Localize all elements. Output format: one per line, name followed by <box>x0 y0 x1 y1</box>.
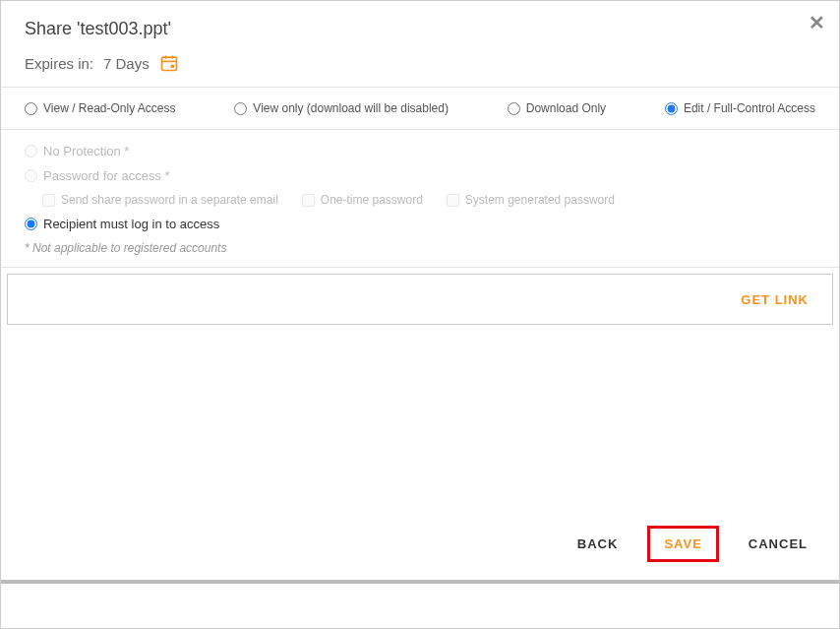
chk-otp: One-time password <box>302 193 423 207</box>
chk-separate-email-input <box>42 194 55 207</box>
radio-login-label: Recipient must log in to access <box>43 217 219 231</box>
get-link-button[interactable]: GET LINK <box>741 292 809 307</box>
back-button[interactable]: BACK <box>573 529 623 559</box>
radio-edit[interactable]: Edit / Full-Control Access <box>665 101 815 115</box>
close-icon[interactable]: ✕ <box>809 11 825 34</box>
radio-edit-input[interactable] <box>665 102 678 115</box>
radio-no-protection-input <box>25 145 37 157</box>
dialog-header: Share 'test003.ppt' <box>1 1 839 45</box>
radio-download-label: Download Only <box>526 101 606 115</box>
radio-password-input <box>25 169 37 182</box>
expires-row: Expires in: 7 Days <box>1 45 839 88</box>
chk-separate-email-label: Send share password in a separate email <box>61 193 278 207</box>
expires-value[interactable]: 7 Days <box>103 55 150 72</box>
radio-view[interactable]: View / Read-Only Access <box>25 101 176 115</box>
radio-view-only-input[interactable] <box>234 102 247 115</box>
chk-sysgen-input <box>447 194 459 207</box>
radio-login[interactable]: Recipient must log in to access <box>25 217 815 231</box>
dialog-title: Share 'test003.ppt' <box>25 19 815 39</box>
radio-edit-label: Edit / Full-Control Access <box>684 101 815 115</box>
radio-password: Password for access * <box>25 168 815 183</box>
access-mode-row: View / Read-Only Access View only (downl… <box>1 88 839 130</box>
chk-sysgen-label: System generated password <box>465 193 615 207</box>
radio-view-label: View / Read-Only Access <box>43 101 176 115</box>
chk-otp-label: One-time password <box>321 193 423 207</box>
dialog-footer: BACK SAVE CANCEL <box>1 508 839 584</box>
save-button[interactable]: SAVE <box>647 526 718 562</box>
svg-rect-4 <box>170 65 173 68</box>
protection-note: * Not applicable to registered accounts <box>25 241 815 255</box>
svg-rect-0 <box>161 57 176 70</box>
radio-view-input[interactable] <box>25 102 37 115</box>
chk-otp-input <box>302 194 315 207</box>
radio-login-input[interactable] <box>25 218 37 230</box>
cancel-button[interactable]: CANCEL <box>745 529 811 559</box>
password-subchecks: Send share password in a separate email … <box>42 193 815 207</box>
chk-separate-email: Send share password in a separate email <box>42 193 278 207</box>
radio-download[interactable]: Download Only <box>508 101 606 115</box>
radio-download-input[interactable] <box>508 102 520 115</box>
radio-view-only[interactable]: View only (download will be disabled) <box>234 101 449 115</box>
expires-label: Expires in: <box>25 55 93 72</box>
bottom-bar: GET LINK <box>7 274 833 325</box>
radio-view-only-label: View only (download will be disabled) <box>253 101 449 115</box>
protection-section: No Protection * Password for access * Se… <box>1 130 839 268</box>
calendar-icon[interactable] <box>159 53 179 73</box>
radio-password-label: Password for access * <box>43 168 170 183</box>
radio-no-protection-label: No Protection * <box>43 144 129 158</box>
chk-sysgen: System generated password <box>447 193 615 207</box>
radio-no-protection: No Protection * <box>25 144 815 158</box>
share-dialog: ✕ Share 'test003.ppt' Expires in: 7 Days… <box>1 1 839 333</box>
